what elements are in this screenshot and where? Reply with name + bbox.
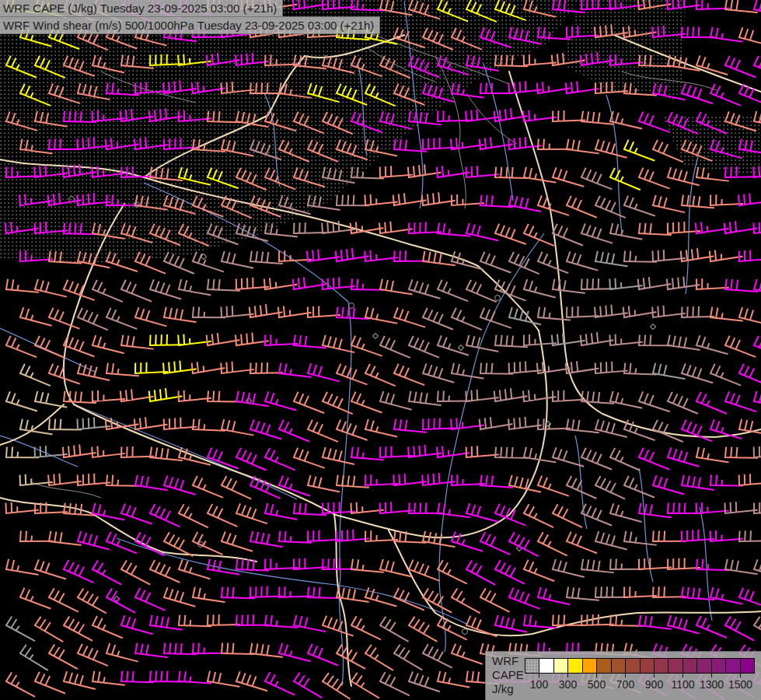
legend-swatch — [597, 659, 611, 673]
title-bar: WRF CAPE (J/kg) Tuesday 23-09-2025 03:00… — [0, 0, 380, 34]
legend-swatch — [697, 659, 711, 673]
wrf-map-viewport: WRF CAPE (J/kg) Tuesday 23-09-2025 03:00… — [0, 0, 761, 700]
legend-swatch — [668, 659, 682, 673]
legend-tick-label: 700 — [616, 678, 634, 691]
legend-swatch — [539, 659, 553, 673]
legend-color-strip — [525, 658, 755, 674]
legend-swatch — [568, 659, 582, 673]
legend-tickmark — [740, 674, 741, 677]
legend-tickmark — [711, 674, 712, 677]
legend-tick-label: 1500 — [728, 678, 752, 691]
legend-tick-label: 900 — [645, 678, 663, 691]
legend-swatch — [726, 659, 740, 673]
legend-swatch — [612, 659, 626, 673]
legend-tick-label: 1100 — [671, 678, 694, 691]
legend-label-model: WRF — [492, 654, 525, 668]
title-windshear: WRF Wind shear (m/s) 500/1000hPa Tuesday… — [0, 16, 380, 34]
legend-swatch — [741, 659, 754, 673]
legend-swatch — [655, 659, 668, 673]
title-cape: WRF CAPE (J/kg) Tuesday 23-09-2025 03:00… — [0, 0, 283, 17]
cape-legend: WRF CAPE J/kg 10030050070090011001300150… — [485, 651, 761, 700]
legend-tickmark — [625, 674, 626, 677]
legend-tick-label: 300 — [559, 678, 577, 691]
weather-map — [0, 0, 761, 700]
legend-swatch — [712, 659, 726, 673]
legend-label-unit: J/kg — [492, 682, 525, 696]
legend-swatch — [525, 659, 539, 673]
legend-swatch — [554, 659, 568, 673]
legend-swatch — [683, 659, 697, 673]
legend-tickmark — [596, 674, 597, 677]
legend-tick-label: 1300 — [700, 678, 724, 691]
legend-labels: WRF CAPE J/kg — [492, 654, 525, 698]
legend-tick-label: 500 — [588, 678, 606, 691]
legend-tick-label: 100 — [530, 678, 548, 691]
legend-tickmark — [654, 674, 655, 677]
legend-swatch — [641, 659, 655, 673]
legend-swatch — [583, 659, 597, 673]
legend-tickmark — [682, 674, 683, 677]
legend-ticks: 100300500700900110013001500 — [525, 674, 755, 698]
legend-tickmark — [539, 674, 539, 677]
legend-swatch — [626, 659, 640, 673]
legend-tickmark — [567, 674, 568, 677]
legend-label-variable: CAPE — [492, 668, 525, 682]
